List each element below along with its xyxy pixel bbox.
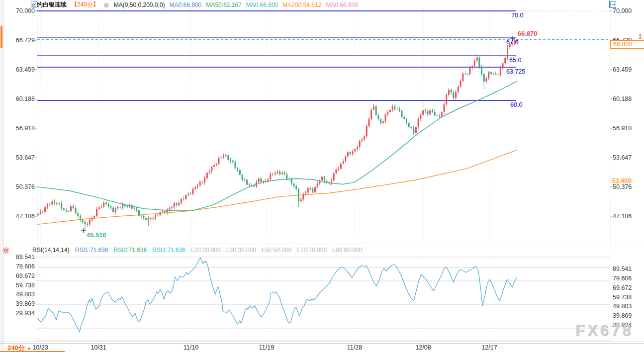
date-row-border [0,343,644,344]
ma-settings-label: MA(0,50,0,200,0,0) [114,1,165,8]
rsi-level-2: L50:50.000 [262,247,291,254]
indicator-settings-icon[interactable] [2,247,10,255]
price-up-arrows-icon: ▲▲ [638,33,643,39]
rsi-value-1: RSI2:71.636 [113,247,147,254]
go-to-latest-icon[interactable] [609,1,616,8]
rsi-level-4: L80:80.000 [332,247,362,254]
chart-canvas[interactable] [0,0,644,352]
ma-value-1: MA50:62.167 [206,1,241,8]
session-high-label: 66.870 [518,30,538,37]
rsi-header: RSI(14,14,14) RSI1:71.636RSI2:71.636RSI3… [32,247,362,254]
ma200-axis-label: 51.469 [611,177,633,184]
session-low-label: 45.510 [87,231,106,239]
circle-plus-icon[interactable]: ⊕ [103,2,109,8]
rsi-value-2: RSI3:71.636 [152,247,185,254]
pane-divider[interactable] [0,244,644,244]
last-price-badge: 66.800 [610,40,644,49]
rsi-level-1: L30:30.000 [226,247,256,254]
rsi-value-0: RSI1:71.636 [75,247,108,254]
rsi-values: RSI1:71.636RSI2:71.636RSI3:71.636 [75,247,185,254]
rsi-title: RSI(14,14,14) [32,247,70,254]
watermark: FX678 [575,322,633,340]
chart-header: 纽约白银连续 【240分】 ⊕ MA(0,50,0,200,0,0) MA0:6… [31,1,358,8]
charting-app: 纽约白银连续 【240分】 ⊕ MA(0,50,0,200,0,0) MA0:6… [0,0,644,352]
timeframe-arrow-icon: ▲ [27,346,31,351]
rsi-levels: L20:20.000L30:30.000L50:50.000L70:70.000… [191,247,362,254]
timeframe-label[interactable]: 【240分】 [71,0,99,9]
rsi-level-0: L20:20.000 [191,247,221,254]
ma-value-0: MA0:66.800 [170,1,202,8]
ma-value-2: MA0:66.800 [246,1,278,8]
rsi-level-3: L70:70.000 [297,247,327,254]
ma-value-4: MA0:66.800 [326,1,358,8]
chart-style-icon[interactable] [31,1,37,7]
rsi-bottom-border [0,341,644,342]
ma-values: MA0:66.800MA50:62.167MA0:66.800MA200:54.… [170,1,359,8]
ma-value-3: MA200:54.512 [282,1,321,8]
